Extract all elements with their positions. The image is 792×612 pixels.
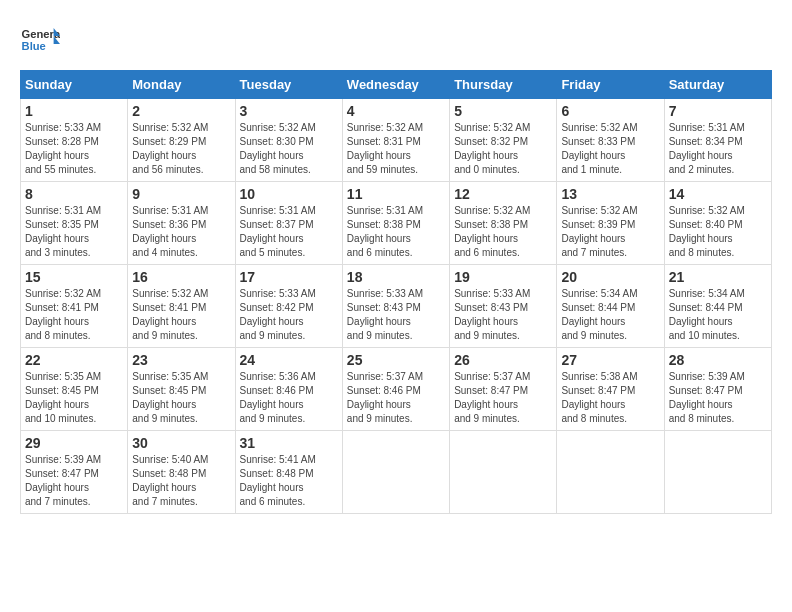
- sunrise-label: Sunrise: 5:32 AM: [240, 122, 316, 133]
- day-number: 27: [561, 352, 659, 368]
- sunrise-label: Sunrise: 5:32 AM: [347, 122, 423, 133]
- empty-cell: [557, 431, 664, 514]
- sunrise-label: Sunrise: 5:31 AM: [240, 205, 316, 216]
- daylight-minutes: and 56 minutes.: [132, 164, 203, 175]
- day-info: Sunrise: 5:39 AM Sunset: 8:47 PM Dayligh…: [669, 370, 767, 426]
- daylight-minutes: and 6 minutes.: [454, 247, 520, 258]
- sunrise-label: Sunrise: 5:32 AM: [25, 288, 101, 299]
- sunrise-label: Sunrise: 5:39 AM: [669, 371, 745, 382]
- daylight-label: Daylight hours: [25, 482, 89, 493]
- sunrise-label: Sunrise: 5:36 AM: [240, 371, 316, 382]
- day-number: 30: [132, 435, 230, 451]
- day-number: 11: [347, 186, 445, 202]
- daylight-label: Daylight hours: [454, 150, 518, 161]
- day-info: Sunrise: 5:31 AM Sunset: 8:36 PM Dayligh…: [132, 204, 230, 260]
- day-number: 26: [454, 352, 552, 368]
- daylight-minutes: and 55 minutes.: [25, 164, 96, 175]
- daylight-label: Daylight hours: [132, 233, 196, 244]
- sunset-label: Sunset: 8:44 PM: [561, 302, 635, 313]
- sunset-label: Sunset: 8:41 PM: [25, 302, 99, 313]
- daylight-label: Daylight hours: [561, 150, 625, 161]
- day-cell: 10 Sunrise: 5:31 AM Sunset: 8:37 PM Dayl…: [235, 182, 342, 265]
- day-number: 15: [25, 269, 123, 285]
- day-cell: 15 Sunrise: 5:32 AM Sunset: 8:41 PM Dayl…: [21, 265, 128, 348]
- day-info: Sunrise: 5:36 AM Sunset: 8:46 PM Dayligh…: [240, 370, 338, 426]
- sunrise-label: Sunrise: 5:31 AM: [132, 205, 208, 216]
- day-number: 22: [25, 352, 123, 368]
- sunrise-label: Sunrise: 5:38 AM: [561, 371, 637, 382]
- sunrise-label: Sunrise: 5:39 AM: [25, 454, 101, 465]
- day-cell: 28 Sunrise: 5:39 AM Sunset: 8:47 PM Dayl…: [664, 348, 771, 431]
- day-number: 7: [669, 103, 767, 119]
- calendar-table: SundayMondayTuesdayWednesdayThursdayFrid…: [20, 70, 772, 514]
- day-number: 23: [132, 352, 230, 368]
- sunrise-label: Sunrise: 5:31 AM: [25, 205, 101, 216]
- sunset-label: Sunset: 8:43 PM: [347, 302, 421, 313]
- day-info: Sunrise: 5:33 AM Sunset: 8:28 PM Dayligh…: [25, 121, 123, 177]
- day-info: Sunrise: 5:32 AM Sunset: 8:40 PM Dayligh…: [669, 204, 767, 260]
- day-cell: 2 Sunrise: 5:32 AM Sunset: 8:29 PM Dayli…: [128, 99, 235, 182]
- day-cell: 5 Sunrise: 5:32 AM Sunset: 8:32 PM Dayli…: [450, 99, 557, 182]
- day-cell: 31 Sunrise: 5:41 AM Sunset: 8:48 PM Dayl…: [235, 431, 342, 514]
- day-cell: 13 Sunrise: 5:32 AM Sunset: 8:39 PM Dayl…: [557, 182, 664, 265]
- daylight-label: Daylight hours: [132, 482, 196, 493]
- daylight-label: Daylight hours: [25, 150, 89, 161]
- daylight-minutes: and 9 minutes.: [347, 330, 413, 341]
- sunrise-label: Sunrise: 5:33 AM: [454, 288, 530, 299]
- day-info: Sunrise: 5:31 AM Sunset: 8:35 PM Dayligh…: [25, 204, 123, 260]
- week-row: 1 Sunrise: 5:33 AM Sunset: 8:28 PM Dayli…: [21, 99, 772, 182]
- sunset-label: Sunset: 8:48 PM: [132, 468, 206, 479]
- day-cell: 22 Sunrise: 5:35 AM Sunset: 8:45 PM Dayl…: [21, 348, 128, 431]
- day-number: 17: [240, 269, 338, 285]
- day-info: Sunrise: 5:32 AM Sunset: 8:39 PM Dayligh…: [561, 204, 659, 260]
- daylight-label: Daylight hours: [240, 233, 304, 244]
- daylight-minutes: and 8 minutes.: [669, 247, 735, 258]
- day-number: 24: [240, 352, 338, 368]
- sunset-label: Sunset: 8:39 PM: [561, 219, 635, 230]
- daylight-label: Daylight hours: [669, 399, 733, 410]
- sunrise-label: Sunrise: 5:40 AM: [132, 454, 208, 465]
- day-info: Sunrise: 5:32 AM Sunset: 8:41 PM Dayligh…: [25, 287, 123, 343]
- day-cell: 6 Sunrise: 5:32 AM Sunset: 8:33 PM Dayli…: [557, 99, 664, 182]
- day-cell: 29 Sunrise: 5:39 AM Sunset: 8:47 PM Dayl…: [21, 431, 128, 514]
- sunrise-label: Sunrise: 5:37 AM: [347, 371, 423, 382]
- daylight-minutes: and 6 minutes.: [240, 496, 306, 507]
- day-cell: 12 Sunrise: 5:32 AM Sunset: 8:38 PM Dayl…: [450, 182, 557, 265]
- daylight-minutes: and 4 minutes.: [132, 247, 198, 258]
- day-info: Sunrise: 5:34 AM Sunset: 8:44 PM Dayligh…: [669, 287, 767, 343]
- empty-cell: [664, 431, 771, 514]
- sunset-label: Sunset: 8:29 PM: [132, 136, 206, 147]
- header: General Blue: [20, 20, 772, 60]
- day-info: Sunrise: 5:31 AM Sunset: 8:34 PM Dayligh…: [669, 121, 767, 177]
- sunset-label: Sunset: 8:47 PM: [454, 385, 528, 396]
- daylight-minutes: and 7 minutes.: [561, 247, 627, 258]
- day-number: 9: [132, 186, 230, 202]
- sunrise-label: Sunrise: 5:41 AM: [240, 454, 316, 465]
- day-info: Sunrise: 5:32 AM Sunset: 8:29 PM Dayligh…: [132, 121, 230, 177]
- sunset-label: Sunset: 8:38 PM: [454, 219, 528, 230]
- daylight-label: Daylight hours: [669, 316, 733, 327]
- day-cell: 23 Sunrise: 5:35 AM Sunset: 8:45 PM Dayl…: [128, 348, 235, 431]
- day-cell: 8 Sunrise: 5:31 AM Sunset: 8:35 PM Dayli…: [21, 182, 128, 265]
- day-info: Sunrise: 5:39 AM Sunset: 8:47 PM Dayligh…: [25, 453, 123, 509]
- day-number: 1: [25, 103, 123, 119]
- col-header-thursday: Thursday: [450, 71, 557, 99]
- day-cell: 26 Sunrise: 5:37 AM Sunset: 8:47 PM Dayl…: [450, 348, 557, 431]
- col-header-saturday: Saturday: [664, 71, 771, 99]
- day-cell: 25 Sunrise: 5:37 AM Sunset: 8:46 PM Dayl…: [342, 348, 449, 431]
- empty-cell: [342, 431, 449, 514]
- sunset-label: Sunset: 8:47 PM: [25, 468, 99, 479]
- daylight-minutes: and 9 minutes.: [132, 413, 198, 424]
- sunset-label: Sunset: 8:31 PM: [347, 136, 421, 147]
- day-number: 5: [454, 103, 552, 119]
- sunset-label: Sunset: 8:47 PM: [669, 385, 743, 396]
- sunset-label: Sunset: 8:32 PM: [454, 136, 528, 147]
- daylight-minutes: and 10 minutes.: [669, 330, 740, 341]
- sunrise-label: Sunrise: 5:32 AM: [669, 205, 745, 216]
- daylight-minutes: and 6 minutes.: [347, 247, 413, 258]
- day-number: 3: [240, 103, 338, 119]
- daylight-minutes: and 9 minutes.: [240, 330, 306, 341]
- day-cell: 19 Sunrise: 5:33 AM Sunset: 8:43 PM Dayl…: [450, 265, 557, 348]
- day-number: 19: [454, 269, 552, 285]
- day-cell: 4 Sunrise: 5:32 AM Sunset: 8:31 PM Dayli…: [342, 99, 449, 182]
